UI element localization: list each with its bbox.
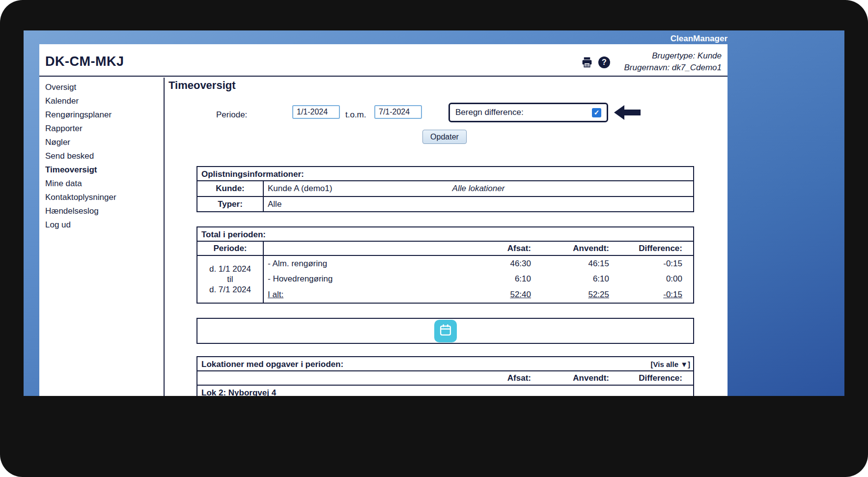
info-row-value: Alle <box>264 199 693 209</box>
calendar-icon <box>439 323 452 338</box>
device-frame: CleanManager DK-CM-MKJ ? <box>0 0 868 477</box>
row-label: - Alm. rengøring <box>264 259 453 269</box>
sidebar-item-rengoeringsplaner[interactable]: Rengøringsplaner <box>39 108 164 122</box>
anvendt-value: 46:15 <box>531 259 609 269</box>
difference-value: -0:15 <box>609 259 682 269</box>
print-icon[interactable] <box>581 56 593 68</box>
location-note: Alle lokationer <box>452 184 505 194</box>
period-to-input[interactable] <box>374 105 422 119</box>
user-name: Brugernavn: dk7_Cdemo1 <box>624 62 722 74</box>
total-table-title: Total i perioden: <box>197 227 693 242</box>
app-window: DK-CM-MKJ ? Brugertype: Kunde <box>39 44 728 396</box>
afsat-value: 6:10 <box>453 274 531 284</box>
sidebar-item-haendelseslog[interactable]: Hændelseslog <box>39 204 164 218</box>
calendar-bar <box>196 318 694 344</box>
column-header-afsat: Afsat: <box>453 244 531 253</box>
column-header-anvendt: Anvendt: <box>531 244 609 253</box>
period-column-header: Periode: <box>197 242 264 255</box>
info-row-value: Kunde A (demo1) Alle lokationer <box>264 184 693 194</box>
browser-viewport: CleanManager DK-CM-MKJ ? <box>24 30 844 396</box>
difference-checkbox[interactable] <box>592 108 601 117</box>
table-row: Kunde: Kunde A (demo1) Alle lokationer <box>197 181 693 197</box>
table-row: - Hovedrengøring 6:10 6:10 0:00 <box>264 271 693 286</box>
column-header-difference: Difference: <box>609 373 682 383</box>
sidebar-item-send-besked[interactable]: Send besked <box>39 149 164 163</box>
sidebar-item-timeoversigt[interactable]: Timeoversigt <box>39 163 164 177</box>
column-header-afsat: Afsat: <box>453 373 531 383</box>
calendar-button[interactable] <box>434 320 457 342</box>
locations-table-title: Lokationer med opgaver i perioden: [Vis … <box>197 357 693 371</box>
anvendt-value: 52:25 <box>531 290 609 300</box>
user-info: Brugertype: Kunde Brugernavn: dk7_Cdemo1 <box>624 50 722 74</box>
table-row: Typer: Alle <box>197 197 693 211</box>
main-content: Timeoversigt Periode: t.o.m. Beregn diff… <box>165 78 728 396</box>
afsat-value: 46:30 <box>453 259 531 269</box>
brand-label: CleanManager <box>671 34 728 44</box>
table-row-total: I alt: 52:40 52:25 -0:15 <box>264 286 693 303</box>
difference-value: -0:15 <box>609 290 682 300</box>
anvendt-value: 6:10 <box>531 274 609 284</box>
locations-title-text: Lokationer med opgaver i perioden: <box>201 357 343 370</box>
date-line: d. 1/1 2024 <box>209 264 251 274</box>
difference-label: Beregn difference: <box>455 108 592 117</box>
info-row-label: Kunde: <box>197 181 264 196</box>
row-label: I alt: <box>264 290 453 300</box>
user-type: Brugertype: Kunde <box>624 50 722 62</box>
left-arrow-icon <box>614 105 641 122</box>
table-row: - Alm. rengøring 46:30 46:15 -0:15 <box>264 256 693 271</box>
update-button[interactable]: Opdater <box>422 130 467 144</box>
sidebar: Oversigt Kalender Rengøringsplaner Rappo… <box>39 78 164 232</box>
period-from-input[interactable] <box>292 105 340 119</box>
page-title: DK-CM-MKJ <box>45 54 124 69</box>
help-icon[interactable]: ? <box>598 56 610 68</box>
sidebar-item-noegler[interactable]: Nøgler <box>39 136 164 149</box>
sidebar-item-mine-data[interactable]: Mine data <box>39 177 164 191</box>
info-table: Oplistningsinformationer: Kunde: Kunde A… <box>196 166 694 212</box>
column-header-difference: Difference: <box>609 244 682 253</box>
show-all-dropdown[interactable]: [Vis alle ▼] <box>651 357 693 370</box>
info-row-label: Typer: <box>197 197 264 211</box>
difference-highlight-box: Beregn difference: <box>448 103 608 122</box>
total-table-header: Periode: Afsat: Anvendt: Difference: <box>197 242 693 256</box>
customer-value: Kunde A (demo1) <box>268 184 332 193</box>
locations-table: Lokationer med opgaver i perioden: [Vis … <box>196 356 694 396</box>
header-icons: ? <box>581 56 610 68</box>
date-line: d. 7/1 2024 <box>209 284 251 295</box>
info-table-title: Oplistningsinformationer: <box>197 167 693 181</box>
column-header-anvendt: Anvendt: <box>531 373 609 383</box>
difference-value: 0:00 <box>609 274 682 284</box>
total-table: Total i perioden: Periode: Afsat: Anvend… <box>196 226 694 304</box>
locations-table-header: Afsat: Anvendt: Difference: <box>197 371 693 386</box>
period-label: Periode: <box>216 110 247 120</box>
section-title: Timeoversigt <box>168 79 236 92</box>
tom-label: t.o.m. <box>345 110 366 120</box>
sidebar-item-rapporter[interactable]: Rapporter <box>39 122 164 136</box>
sidebar-item-log-ud[interactable]: Log ud <box>39 218 164 232</box>
types-value: Alle <box>268 199 281 209</box>
total-table-body: d. 1/1 2024 til d. 7/1 2024 - Alm. rengø… <box>197 256 693 303</box>
location-row: Lok 2: Nyborgvej 4 <box>197 386 693 396</box>
sidebar-item-oversigt[interactable]: Oversigt <box>39 81 164 94</box>
afsat-value: 52:40 <box>453 290 531 300</box>
period-date-cell: d. 1/1 2024 til d. 7/1 2024 <box>197 256 264 303</box>
sidebar-item-kalender[interactable]: Kalender <box>39 94 164 108</box>
sidebar-item-kontaktoplysninger[interactable]: Kontaktoplysninger <box>39 191 164 204</box>
date-line: til <box>227 274 233 284</box>
page-header: DK-CM-MKJ ? Brugertype: Kunde <box>39 44 728 77</box>
row-label: - Hovedrengøring <box>264 274 453 284</box>
